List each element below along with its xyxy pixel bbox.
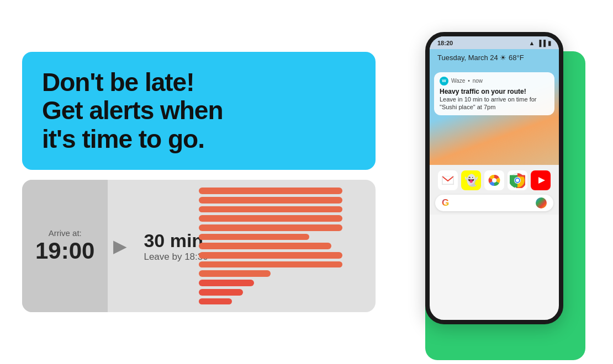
traffic-bar [199,270,271,277]
waze-icon: W [440,77,448,85]
headline-card: Don't be late! Get alerts when it's time… [22,52,376,170]
notification-body: Leave in 10 min to arrive on time for "S… [440,95,549,111]
signal-icon: ▐▐ [537,40,546,46]
phone-status-bar: 18:20 ▲ ▐▐ ▮ [430,36,559,49]
headline-text: Don't be late! Get alerts when it's time… [42,68,356,154]
phone-bottom: 👻 [430,165,559,215]
notification-title: Heavy traffic on your route! [440,88,549,95]
traffic-bar [199,261,342,268]
right-panel: 18:20 ▲ ▐▐ ▮ Tuesday, March 24 ☀ 68°F W … [403,40,591,324]
notification-app: Waze [451,78,465,84]
date-weather: Tuesday, March 24 ☀ 68°F [430,49,559,66]
traffic-bar [199,206,342,213]
gmail-icon[interactable] [438,170,458,190]
main-container: Don't be late! Get alerts when it's time… [0,0,613,364]
traffic-bar [199,243,331,249]
arrow-section: ▶ [108,180,133,312]
google-assistant-icon [536,197,547,208]
traffic-bar [199,215,342,222]
arrow-icon: ▶ [113,235,127,256]
arrive-time: 19:00 [35,238,94,264]
app-icons-row: 👻 [430,170,559,190]
phone-wallpaper: Tuesday, March 24 ☀ 68°F W Waze • now He… [430,49,559,165]
notification-header: W Waze • now [440,77,549,85]
traffic-bar [199,280,254,286]
youtube-icon[interactable] [531,170,551,190]
traffic-bars [199,180,376,312]
chrome-icon[interactable] [508,170,527,190]
phone-mockup: 18:20 ▲ ▐▐ ▮ Tuesday, March 24 ☀ 68°F W … [425,32,563,324]
traffic-bar [199,224,342,231]
arrive-section: Arrive at: 19:00 [22,180,108,312]
arrive-label: Arrive at: [49,228,82,238]
status-time: 18:20 [437,40,453,46]
traffic-bar [199,197,342,204]
traffic-bar [199,252,342,259]
traffic-bar [199,298,232,305]
google-search-bar[interactable]: G [435,195,553,211]
battery-icon: ▮ [548,40,551,47]
snapchat-icon[interactable]: 👻 [461,170,481,190]
photos-icon[interactable] [484,170,504,190]
svg-point-6 [516,179,519,182]
traffic-bar [199,188,342,194]
notification-time: now [473,78,483,84]
wifi-icon: ▲ [529,40,535,46]
status-icons: ▲ ▐▐ ▮ [529,40,551,47]
traffic-bar [199,289,243,296]
notification-card: W Waze • now Heavy traffic on your route… [434,72,554,116]
left-panel: Don't be late! Get alerts when it's time… [22,52,376,313]
notification-dot: • [468,78,470,84]
calendar-widget: Arrive at: 19:00 ▶ 30 min Leave by 18:30 [22,180,376,312]
svg-point-1 [492,178,496,183]
google-g-letter: G [442,197,449,208]
traffic-bar [199,234,309,240]
